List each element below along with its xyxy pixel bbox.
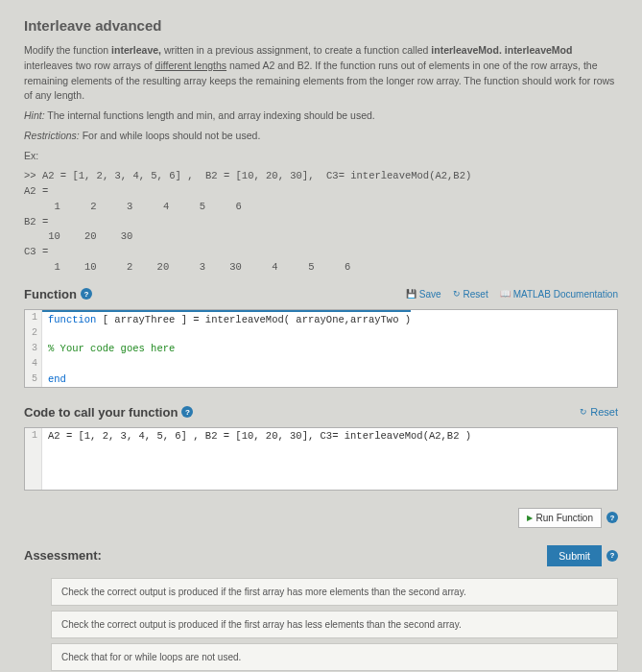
matlab-doc-link[interactable]: 📖 MATLAB Documentation [500, 289, 618, 300]
function-section-title: Function ? [24, 287, 92, 301]
assessment-title: Assessment: [24, 548, 102, 563]
help-icon[interactable]: ? [181, 406, 193, 418]
assessment-checks: Check the correct output is produced if … [51, 578, 618, 673]
help-icon[interactable]: ? [606, 512, 618, 523]
check-item: Check the correct output is produced if … [51, 578, 618, 606]
reset-icon: ↻ [453, 289, 461, 299]
save-icon: 💾 [406, 289, 416, 299]
help-icon[interactable]: ? [606, 550, 618, 562]
reset-call-button[interactable]: ↻ Reset [580, 406, 618, 418]
reset-icon: ↻ [580, 407, 587, 417]
call-editor[interactable]: 1 A2 = [1, 2, 3, 4, 5, 6] , B2 = [10, 20… [24, 427, 618, 491]
save-button[interactable]: 💾 Save [406, 289, 441, 300]
check-item: Check the correct output is produced if … [51, 611, 618, 638]
help-icon[interactable]: ? [81, 288, 92, 300]
code-call-title: Code to call your function ? [24, 405, 193, 420]
submit-button[interactable]: Submit [547, 545, 602, 566]
check-item: Check that for or while loops are not us… [51, 643, 618, 671]
intro-text: Modify the function interleave, written … [24, 43, 618, 163]
function-editor[interactable]: 1function [ arrayThree ] = interleaveMod… [24, 309, 618, 388]
reset-button[interactable]: ↻ Reset [453, 289, 488, 300]
example-code: >> A2 = [1, 2, 3, 4, 5, 6] , B2 = [10, 2… [24, 169, 618, 275]
run-function-button[interactable]: ▶ Run Function [518, 508, 602, 528]
book-icon: 📖 [500, 289, 511, 299]
play-icon: ▶ [527, 514, 533, 522]
page-title: Interleave advanced [24, 17, 618, 34]
